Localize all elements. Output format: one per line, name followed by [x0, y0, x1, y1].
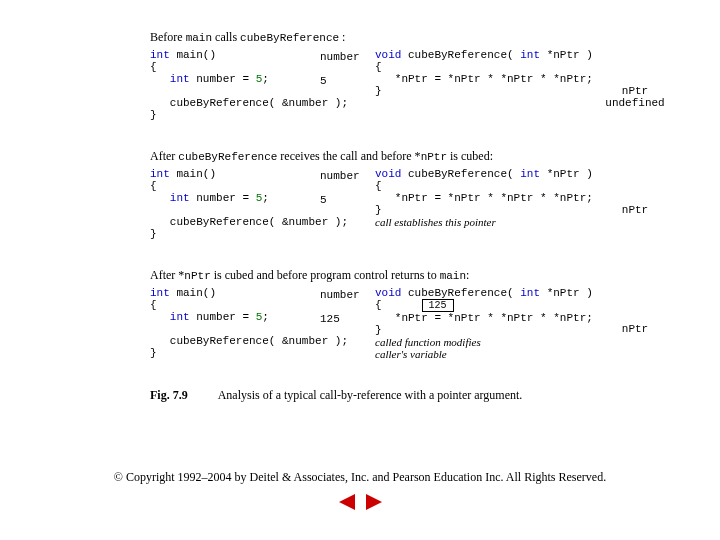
note-establishes: call establishes this pointer	[375, 216, 605, 228]
stage-after-cube: After *nPtr is cubed and before program …	[150, 268, 670, 360]
number-block3: number 125	[320, 287, 375, 325]
copyright-text: © Copyright 1992–2004 by Deitel & Associ…	[0, 470, 720, 485]
colon: :	[342, 30, 345, 44]
ptr-block3: nPtr	[605, 287, 665, 335]
func-code-block3: void cubeByReference( int *nPtr ) {125 *…	[375, 287, 605, 360]
caption-label: Fig. 7.9	[150, 388, 188, 402]
stage3-header: After *nPtr is cubed and before program …	[150, 268, 670, 283]
prev-arrow-icon[interactable]	[337, 493, 357, 511]
main-code: main	[186, 32, 212, 44]
after-word: After	[150, 149, 178, 163]
receives-word: receives the call and before *	[280, 149, 420, 163]
calls-word: calls	[215, 30, 240, 44]
main-code-block2: int main() { int number = 5; cubeByRefer…	[150, 168, 320, 240]
note-modifies2: caller's variable	[375, 348, 605, 360]
stage2-header: After cubeByReference receives the call …	[150, 149, 670, 164]
figure-caption: Fig. 7.9Analysis of a typical call-by-re…	[150, 388, 670, 403]
before-word: Before	[150, 30, 183, 44]
stage-after-call: After cubeByReference receives the call …	[150, 149, 670, 240]
nav-buttons	[0, 493, 720, 515]
after-word3: After *	[150, 268, 184, 282]
func-code-block2: void cubeByReference( int *nPtr ) { *nPt…	[375, 168, 605, 228]
main-code3: main	[440, 270, 466, 282]
mid-word: is cubed and before program control retu…	[214, 268, 440, 282]
note-modifies1: called function modifies	[375, 336, 605, 348]
page-content: Before main calls cubeByReference : int …	[0, 0, 720, 403]
ptr-block: nPtr undefined	[605, 49, 665, 109]
colon3: :	[466, 268, 469, 282]
nptr-code3: nPtr	[184, 270, 210, 282]
result-box: 125	[422, 299, 454, 312]
main-code-block3: int main() { int number = 5; cubeByRefer…	[150, 287, 320, 359]
svg-marker-0	[339, 494, 355, 510]
number-block: number 5	[320, 49, 375, 87]
ptr-block2: nPtr	[605, 168, 665, 216]
stage-before: Before main calls cubeByReference : int …	[150, 30, 670, 121]
stage1-header: Before main calls cubeByReference :	[150, 30, 670, 45]
cubed-word: is cubed:	[450, 149, 493, 163]
nptr-code: nPtr	[421, 151, 447, 163]
caption-text: Analysis of a typical call-by-reference …	[218, 388, 523, 402]
func-code2: cubeByReference	[178, 151, 277, 163]
main-code-block: int main() { int number = 5; cubeByRefer…	[150, 49, 320, 121]
svg-marker-1	[366, 494, 382, 510]
func-code-block: void cubeByReference( int *nPtr ) { *nPt…	[375, 49, 605, 97]
next-arrow-icon[interactable]	[364, 493, 384, 511]
number-block2: number 5	[320, 168, 375, 206]
func-code: cubeByReference	[240, 32, 339, 44]
